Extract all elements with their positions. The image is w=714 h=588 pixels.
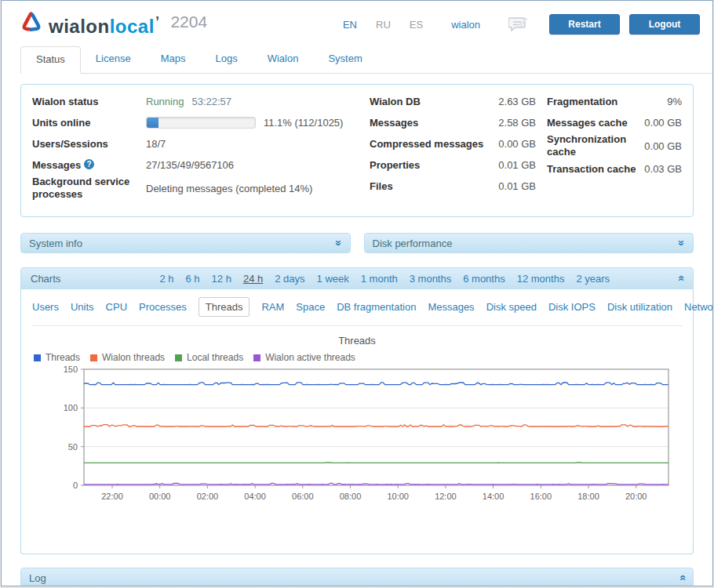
language-en[interactable]: EN: [343, 19, 357, 31]
range-1-month[interactable]: 1 month: [361, 273, 398, 285]
range-6-months[interactable]: 6 months: [463, 273, 505, 285]
logout-button[interactable]: Logout: [629, 14, 700, 34]
chevron-down-icon[interactable]: »: [333, 240, 344, 246]
tab-system[interactable]: System: [313, 46, 377, 73]
svg-text:0: 0: [73, 481, 78, 490]
status-value: 0.01 GB: [498, 159, 536, 171]
system-info-panel-header[interactable]: System info »: [20, 233, 351, 253]
chart-tab-ram[interactable]: RAM: [261, 301, 284, 313]
svg-text:06:00: 06:00: [292, 492, 314, 501]
status-label: Files: [370, 180, 498, 193]
status-row-messages-cache: Messages cache0.00 GB: [547, 112, 682, 133]
language-es[interactable]: ES: [410, 19, 423, 31]
header-right: ENRUES wialon Restart Logout: [343, 14, 700, 34]
status-column-left: Wialon statusRunning53:22:57Units online…: [32, 91, 359, 207]
svg-text:02:00: 02:00: [197, 492, 219, 501]
status-value: 27/135/49/9567106: [146, 159, 359, 171]
range-24-h[interactable]: 24 h: [243, 273, 263, 285]
chart-tab-units[interactable]: Units: [71, 301, 94, 313]
chart-tab-users[interactable]: Users: [32, 301, 59, 313]
chart-tab-cpu[interactable]: CPU: [106, 301, 127, 313]
status-label: Compressed messages: [370, 138, 498, 151]
range-12-months[interactable]: 12 months: [517, 273, 565, 285]
wialon-logo-icon: [20, 11, 42, 33]
range-6-h[interactable]: 6 h: [186, 273, 200, 285]
status-row-properties: Properties0.01 GB: [370, 154, 536, 176]
units-online-progress: 11.1% (112/1025): [146, 117, 359, 129]
log-title: Log: [29, 572, 46, 584]
svg-text:150: 150: [64, 365, 78, 374]
chart-tab-db-fragmentation[interactable]: DB fragmentation: [337, 301, 416, 313]
status-column-right: Fragmentation9%Messages cache0.00 GBSync…: [547, 91, 682, 207]
status-row-synchronization-cache: Synchronization cache0.00 GB: [547, 133, 682, 158]
chevron-up-icon[interactable]: »: [676, 575, 687, 581]
language-switcher: ENRUES: [343, 19, 423, 31]
language-ru[interactable]: RU: [376, 19, 391, 31]
chart-tab-space[interactable]: Space: [296, 301, 325, 313]
status-row-files: Files0.01 GB: [370, 176, 536, 197]
status-value: 2.58 GB: [498, 117, 536, 129]
disk-performance-panel-header[interactable]: Disk performance »: [364, 233, 694, 253]
svg-text:18:00: 18:00: [577, 492, 599, 501]
legend-swatch-icon: [253, 354, 260, 361]
legend-item-wialon-active-threads: Wialon active threads: [253, 352, 355, 363]
legend-swatch-icon: [90, 354, 97, 361]
chart-tab-threads[interactable]: Threads: [199, 297, 250, 317]
status-value: Running53:22:57: [146, 96, 359, 107]
legend-swatch-icon: [34, 354, 41, 361]
tab-status[interactable]: Status: [20, 46, 81, 74]
chart-tab-messages[interactable]: Messages: [428, 301, 474, 313]
chevron-down-icon[interactable]: »: [676, 240, 687, 246]
tab-license[interactable]: License: [81, 46, 146, 73]
svg-text:16:00: 16:00: [530, 492, 552, 501]
status-row-fragmentation: Fragmentation9%: [547, 91, 682, 112]
status-row-wialon-status: Wialon statusRunning53:22:57: [32, 91, 359, 112]
progress-track: [146, 117, 256, 129]
info-bars-row: System info » Disk performance »: [20, 233, 694, 253]
log-panel-header[interactable]: Log »: [20, 568, 694, 586]
chart-tab-disk-speed[interactable]: Disk speed: [486, 301, 537, 313]
status-value: 0.00 GB: [644, 117, 682, 129]
status-label: Messages cache: [547, 117, 644, 129]
tab-wialon[interactable]: Wialon: [253, 46, 314, 73]
svg-text:14:00: 14:00: [483, 492, 505, 501]
tab-logs[interactable]: Logs: [200, 46, 252, 73]
wialon-local-window: wialonlocal’ 2204 ENRUES wialon Restart …: [1, 0, 713, 586]
range-2-years[interactable]: 2 years: [576, 273, 610, 285]
status-row-messages: Messages2.58 GB: [370, 112, 536, 133]
current-user-link[interactable]: wialon: [451, 19, 480, 31]
svg-text:08:00: 08:00: [340, 492, 362, 501]
chat-icon[interactable]: [508, 16, 527, 32]
chart-tab-disk-utilization[interactable]: Disk utilization: [607, 301, 672, 313]
status-label: Units online: [32, 117, 146, 129]
chart-title: Threads: [32, 335, 682, 347]
wialon-uptime: 53:22:57: [191, 96, 231, 107]
chart-tab-network-speed[interactable]: Network speed: [684, 301, 713, 313]
log-row: Log »: [20, 568, 694, 586]
range-2-days[interactable]: 2 days: [275, 273, 304, 285]
legend-item-local-threads: Local threads: [175, 352, 243, 363]
threads-line-chart: 05010015022:0000:0002:0004:0006:0008:001…: [45, 365, 678, 507]
status-label: Synchronization cache: [547, 133, 644, 158]
status-label: Background service processes: [32, 176, 146, 201]
charts-title: Charts: [31, 273, 60, 285]
legend-label: Wialon threads: [102, 352, 165, 363]
chart-tab-disk-iops[interactable]: Disk IOPS: [548, 301, 596, 313]
restart-button[interactable]: Restart: [549, 14, 620, 34]
chart-tab-processes[interactable]: Processes: [139, 301, 187, 313]
range-2-h[interactable]: 2 h: [159, 273, 173, 285]
range-12-h[interactable]: 12 h: [212, 273, 231, 285]
status-panel: Wialon statusRunning53:22:57Units online…: [20, 84, 694, 217]
status-row-users-sessions: Users/Sessions18/7: [32, 133, 359, 154]
range-3-months[interactable]: 3 months: [410, 273, 451, 285]
status-label: Users/Sessions: [32, 138, 146, 151]
brand-text: wialonlocal’: [49, 11, 159, 38]
time-range-selector: 2 h6 h12 h24 h2 days1 week1 month3 month…: [92, 273, 677, 285]
chevron-up-icon[interactable]: »: [675, 275, 686, 281]
charts-panel-header[interactable]: Charts 2 h6 h12 h24 h2 days1 week1 month…: [20, 267, 694, 289]
help-icon[interactable]: ?: [84, 159, 94, 169]
chart-plot-area: 05010015022:0000:0002:0004:0006:0008:001…: [45, 365, 682, 510]
range-1-week[interactable]: 1 week: [317, 273, 349, 285]
status-value: Deleting messages (completed 14%): [146, 183, 359, 194]
tab-maps[interactable]: Maps: [146, 46, 201, 73]
